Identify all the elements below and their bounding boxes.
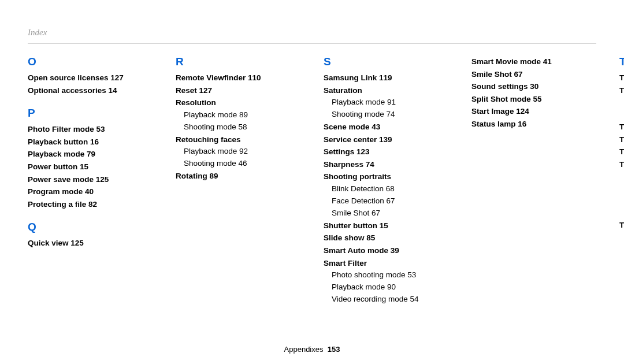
index-entry-page: 43 xyxy=(372,122,380,131)
index-entry-label: Tripod mount xyxy=(619,221,624,229)
index-entry[interactable]: Transferring files xyxy=(619,158,624,171)
index-letter: O xyxy=(28,55,153,68)
index-entry-page: 124 xyxy=(516,107,529,116)
index-letter: Q xyxy=(28,221,153,233)
footer-label: Appendixes xyxy=(284,345,324,354)
index-entry[interactable]: Time settings 20, 126 xyxy=(619,121,624,133)
index-entry[interactable]: Resolution xyxy=(176,96,300,109)
index-entry[interactable]: Slide show 85 xyxy=(324,232,448,244)
document-page: Index OOpen source licenses 127Optional … xyxy=(0,0,624,364)
index-section: SSamsung Link 119SaturationPlayback mode… xyxy=(324,55,596,315)
index-entry[interactable]: Start Image 124 xyxy=(471,105,596,118)
index-entry-label: Saturation xyxy=(324,86,362,95)
index-subentry[interactable]: Shooting mode 74 xyxy=(324,109,448,121)
index-entry[interactable]: Saturation xyxy=(324,84,448,97)
index-entry-label: Transferring files xyxy=(619,160,624,169)
index-subentry[interactable]: Playback mode 89 xyxy=(176,109,300,121)
index-subentry[interactable]: Timer lamp 15 xyxy=(619,109,624,121)
index-section: PPhoto Filter mode 53Playback button 16P… xyxy=(28,107,153,210)
index-entry[interactable]: Sound settings 30 xyxy=(471,80,596,93)
index-entry[interactable]: Status lamp 16 xyxy=(471,118,596,131)
index-entry-label: Protecting a file xyxy=(28,200,86,209)
index-entry-page: 15 xyxy=(380,221,388,230)
index-entry-label: Sound settings xyxy=(471,82,528,91)
index-subentry[interactable]: Email 114 xyxy=(619,183,624,195)
index-entry-page: 14 xyxy=(109,86,117,95)
index-entry-page: 89 xyxy=(210,172,218,180)
index-subentry[interactable]: Windows 94 xyxy=(619,207,624,219)
index-letter: S xyxy=(324,55,448,68)
index-columns: OOpen source licenses 127Optional access… xyxy=(28,55,596,315)
index-entry[interactable]: Program mode 40 xyxy=(28,185,153,198)
index-entry-label: Rotating xyxy=(176,172,207,180)
index-subentry[interactable]: Video recording mode 54 xyxy=(324,294,448,306)
index-subentry-label: Playback mode xyxy=(332,98,385,106)
index-entry[interactable]: Power button 15 xyxy=(28,161,153,173)
index-entry[interactable]: Playback mode 79 xyxy=(28,148,153,161)
index-entry[interactable]: Smile Shot 67 xyxy=(471,68,596,81)
index-entry[interactable]: Timer xyxy=(619,84,624,97)
index-subentry-label: Playback mode xyxy=(184,147,237,155)
index-subentry[interactable]: Shooting mode 58 xyxy=(176,121,300,133)
index-entry-page: 41 xyxy=(543,57,552,66)
index-entry-page: 119 xyxy=(379,73,392,82)
index-subentry[interactable]: Blink Detection 68 xyxy=(324,183,448,195)
index-letter: P xyxy=(28,107,153,120)
index-entry-label: Shutter button xyxy=(324,221,377,230)
index-subentry[interactable]: Shooting mode 60 xyxy=(619,96,624,109)
page-header: Index xyxy=(28,28,596,43)
index-entry[interactable]: Photo Filter mode 53 xyxy=(28,123,153,136)
index-entry[interactable]: Playback button 16 xyxy=(28,136,153,148)
index-entry-label: Status lamp xyxy=(471,120,516,128)
index-entry[interactable]: Split Shot mode 55 xyxy=(471,93,596,106)
index-entry[interactable]: Protecting a file 82 xyxy=(28,198,153,211)
index-entry[interactable]: Shutter button 15 xyxy=(324,220,448,232)
index-subentry[interactable]: Playback mode 91 xyxy=(324,96,448,109)
index-entry[interactable]: Time zone settings 20, 126 xyxy=(619,133,624,146)
index-subentry[interactable]: Playback mode 92 xyxy=(176,146,300,158)
index-subentry-label: Shooting mode xyxy=(184,122,236,131)
index-subentry-label: Video recording mode xyxy=(332,295,408,303)
index-entry-label: Playback button xyxy=(28,138,88,146)
index-subentry[interactable]: Shooting mode 46 xyxy=(176,158,300,170)
index-subentry[interactable]: Auto Backup 112 xyxy=(619,170,624,183)
index-entry[interactable]: Thumbnails 80 xyxy=(619,72,624,84)
index-entry-label: Program mode xyxy=(28,187,83,196)
index-subentry-page: 54 xyxy=(410,295,419,303)
index-entry[interactable]: Sharpness 74 xyxy=(324,158,448,171)
header-rule xyxy=(28,43,596,44)
index-entry[interactable]: Rotating 89 xyxy=(176,170,300,183)
index-entry-label: Open source licenses xyxy=(28,73,109,82)
index-entry[interactable]: Scene mode 43 xyxy=(324,121,448,133)
index-entry[interactable]: Retouching faces xyxy=(176,133,300,146)
index-entry[interactable]: Smart Movie mode 41 xyxy=(471,55,596,68)
index-entry-page: 125 xyxy=(96,175,109,184)
index-entry[interactable]: Quick view 125 xyxy=(28,237,153,250)
index-subentry[interactable]: Playback mode 90 xyxy=(324,281,448,294)
index-section: TThumbnails 80TimerShooting mode 60Timer… xyxy=(619,55,624,232)
index-entry[interactable]: Shooting portraits xyxy=(324,170,448,183)
index-entry[interactable]: Tripod mount 15 xyxy=(619,219,624,232)
index-entry-page: 110 xyxy=(248,73,261,82)
index-entry[interactable]: Power save mode 125 xyxy=(28,173,153,186)
index-entry-page: 139 xyxy=(379,135,392,144)
index-entry[interactable]: Smart Filter xyxy=(324,257,448,270)
index-subentry[interactable]: Smile Shot 67 xyxy=(324,207,448,220)
index-entry[interactable]: Reset 127 xyxy=(176,84,300,97)
index-entry[interactable]: Open source licenses 127 xyxy=(28,72,153,84)
index-entry[interactable]: Tracking AF 66 xyxy=(619,146,624,158)
index-entry[interactable]: Service center 139 xyxy=(324,133,448,146)
index-subentry[interactable]: Face Detection 67 xyxy=(324,195,448,207)
index-subentry[interactable]: Mac 95 xyxy=(619,195,624,207)
index-entry-page: 55 xyxy=(533,95,542,103)
index-entry[interactable]: Remote Viewfinder 110 xyxy=(176,72,300,84)
index-entry-page: 39 xyxy=(391,246,399,255)
index-entry-page: 127 xyxy=(110,73,124,82)
index-entry[interactable]: Smart Auto mode 39 xyxy=(324,244,448,257)
index-entry[interactable]: Settings 123 xyxy=(324,146,448,158)
index-entry[interactable]: Optional accessories 14 xyxy=(28,84,153,97)
index-entry-page: 125 xyxy=(70,239,84,247)
index-entry-page: 79 xyxy=(87,150,95,158)
index-entry[interactable]: Samsung Link 119 xyxy=(324,72,448,84)
index-subentry[interactable]: Photo shooting mode 53 xyxy=(324,269,448,281)
